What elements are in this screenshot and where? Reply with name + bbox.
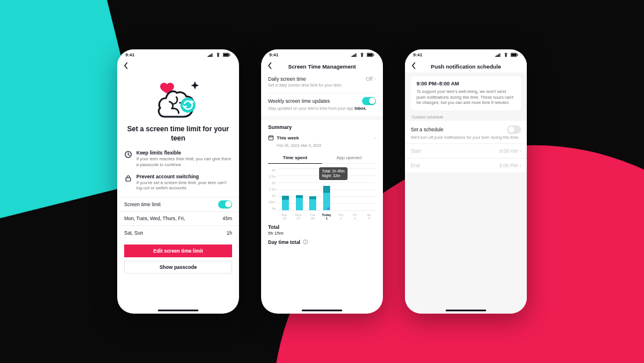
- inbox-link[interactable]: Inbox.: [354, 106, 367, 110]
- x-tick: Tue28: [306, 213, 320, 220]
- svg-rect-26: [511, 53, 516, 56]
- schedule-row-weekdays[interactable]: Mon, Tues, Wed, Thurs, Fri, 45m: [124, 213, 232, 224]
- cellular-icon: [208, 53, 214, 57]
- back-button[interactable]: [411, 62, 417, 71]
- nav-title: Screen Time Management: [288, 63, 356, 70]
- status-time: 9:41: [269, 52, 278, 57]
- x-tick: Fri3: [348, 213, 361, 220]
- tab-time-spent[interactable]: Time spent: [268, 152, 322, 164]
- chart-tooltip: Total: 1h 45m Night: 32m: [319, 167, 348, 181]
- battery-icon: [223, 53, 231, 57]
- screen-time-limit-toggle[interactable]: [218, 200, 232, 209]
- x-tick: Mon27: [291, 213, 305, 220]
- bullet-text: If your teen reaches their limit, you ca…: [136, 156, 232, 168]
- nav-header: Screen Time Management: [261, 60, 383, 73]
- svg-rect-12: [354, 54, 355, 57]
- svg-rect-15: [367, 53, 372, 56]
- chart-bar[interactable]: [306, 196, 320, 210]
- info-icon[interactable]: [303, 239, 308, 246]
- set-schedule-sub: We'll turn off push notifications for yo…: [411, 135, 521, 140]
- x-tick: Thu2: [334, 213, 348, 220]
- svg-point-7: [180, 98, 196, 113]
- svg-rect-20: [305, 242, 306, 243]
- status-indicators: [495, 53, 519, 57]
- svg-rect-13: [356, 53, 357, 57]
- setting-value: Off: [366, 76, 372, 82]
- home-indicator[interactable]: [446, 310, 486, 311]
- chart-bar[interactable]: [320, 186, 334, 210]
- battery-icon: [367, 53, 375, 57]
- status-indicators: [208, 53, 231, 57]
- week-selector[interactable]: This week ›: [268, 134, 376, 143]
- end-label: End: [411, 163, 419, 168]
- cellular-icon: [495, 53, 501, 57]
- schedule-value: 45m: [222, 215, 232, 221]
- back-button[interactable]: [123, 62, 129, 71]
- svg-rect-27: [518, 54, 518, 56]
- nav-header: [117, 60, 239, 73]
- schedule-days: Mon, Tues, Wed, Thurs, Fri,: [124, 215, 185, 221]
- chevron-down-icon: ›: [372, 137, 378, 139]
- phone-screen-time-mgmt: 9:41 Screen Time Management Daily screen…: [261, 49, 383, 314]
- svg-point-19: [305, 240, 306, 241]
- custom-schedule-label: Custom schedule: [412, 115, 520, 119]
- daily-screen-time-row[interactable]: Daily screen time Off › Set a daily scre…: [268, 73, 376, 94]
- day-total-label: Day time total: [268, 239, 301, 245]
- week-range: Feb 26, 2023–Mar 4, 2023: [268, 143, 376, 148]
- week-selector-title: This week: [277, 135, 299, 141]
- illustration-brain: [124, 75, 232, 124]
- screen-time-limit-toggle-row: Screen time limit: [124, 199, 232, 210]
- home-indicator[interactable]: [302, 310, 342, 311]
- start-value: 9:00 AM: [500, 148, 518, 154]
- start-label: Start: [411, 148, 421, 154]
- cellular-icon: [352, 53, 357, 57]
- setting-subtitle: Stay updated on your teen's time from yo…: [268, 106, 376, 112]
- schedule-value: 1h: [227, 230, 232, 236]
- chevron-right-icon: ›: [519, 163, 521, 168]
- end-value: 3:00 PM: [499, 163, 518, 168]
- chart-bar[interactable]: [292, 195, 306, 210]
- tab-app-opened[interactable]: App opened: [322, 152, 376, 164]
- phone-push-schedule: 9:41 Push notification schedule 9:00 PM–…: [405, 49, 527, 314]
- total-value: 5h 15m: [268, 231, 376, 236]
- status-bar: 9:41: [405, 49, 527, 60]
- setting-title: Daily screen time: [268, 76, 306, 82]
- bullet-title: Keep limits flexible: [136, 150, 232, 156]
- weekly-updates-toggle[interactable]: [362, 97, 376, 105]
- bullet-flexible: Keep limits flexible If your teen reache…: [124, 150, 232, 168]
- svg-rect-21: [495, 56, 497, 57]
- default-schedule-card: 9:00 PM–8:00 AM To support your teen's w…: [411, 76, 521, 110]
- summary-heading: Summary: [268, 124, 376, 130]
- calendar-icon: [268, 135, 274, 142]
- back-button[interactable]: [267, 62, 273, 71]
- schedule-row-weekend[interactable]: Sat, Sun 1h: [124, 227, 232, 239]
- chevron-right-icon: ›: [519, 148, 521, 154]
- chevron-right-icon: ›: [374, 76, 376, 82]
- home-indicator[interactable]: [158, 310, 198, 311]
- chart-bar[interactable]: [278, 196, 292, 210]
- status-bar: 9:41: [261, 49, 383, 60]
- schedule-days: Sat, Sun: [124, 230, 143, 236]
- svg-rect-0: [208, 56, 209, 57]
- svg-rect-9: [126, 178, 131, 181]
- setting-subtitle: Set a daily screen time limit for your t…: [268, 83, 376, 88]
- chevron-left-icon: [267, 62, 273, 70]
- end-time-row[interactable]: End 3:00 PM›: [405, 158, 527, 172]
- edit-limit-button[interactable]: Edit screen time limit: [124, 245, 232, 257]
- show-passcode-button[interactable]: Show passcode: [124, 261, 232, 274]
- row-label: Screen time limit: [124, 202, 161, 207]
- phone-row: 9:41: [0, 0, 644, 363]
- bullet-text: If you've set a screen time limit, your …: [136, 180, 232, 192]
- svg-rect-3: [212, 53, 213, 57]
- weekly-updates-row: Weekly screen time updates Stay updated …: [268, 94, 376, 116]
- today-marker-icon: [327, 207, 330, 210]
- setting-title: Weekly screen time updates: [268, 98, 330, 104]
- svg-rect-6: [230, 54, 230, 56]
- start-time-row[interactable]: Start 9:00 AM›: [405, 143, 527, 158]
- svg-rect-5: [223, 53, 229, 56]
- svg-rect-24: [500, 53, 501, 57]
- set-schedule-toggle[interactable]: [507, 125, 521, 134]
- wifi-icon: [215, 53, 221, 57]
- chart-x-axis: Sun26Mon27Tue28Today1Thu2Fri3Sa4: [277, 213, 376, 220]
- time-spent-chart: 3h2.5h2h1.5h1h30m0s Total: 1h 45m Night:…: [268, 168, 376, 221]
